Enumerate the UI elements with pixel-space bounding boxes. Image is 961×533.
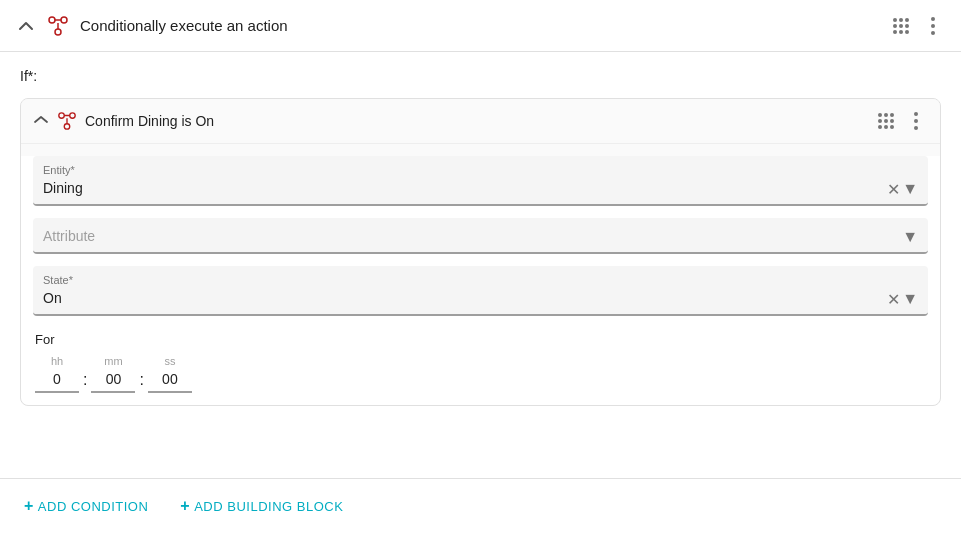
- attribute-row: Attribute ▼: [43, 226, 918, 248]
- entity-value-row: Dining ✕ ▼: [43, 178, 918, 200]
- add-condition-label: ADD CONDITION: [38, 499, 149, 514]
- state-value-row: On ✕ ▼: [43, 288, 918, 310]
- card-header-left: Confirm Dining is On: [33, 111, 866, 131]
- svg-point-5: [59, 113, 64, 118]
- hh-field: hh: [35, 355, 79, 393]
- page-container: Conditionally execute an action If*:: [0, 0, 961, 533]
- action-bar: + ADD CONDITION + ADD BUILDING BLOCK: [0, 478, 961, 533]
- add-condition-plus-icon: +: [24, 497, 34, 515]
- entity-value: Dining: [43, 178, 887, 200]
- top-bar-title: Conditionally execute an action: [80, 17, 288, 34]
- mm-field: mm: [91, 355, 135, 393]
- card-collapse-icon[interactable]: [33, 112, 49, 131]
- for-section: For hh : mm : ss: [33, 332, 928, 393]
- entity-field[interactable]: Entity* Dining ✕ ▼: [33, 156, 928, 206]
- top-bar-left: Conditionally execute an action: [16, 14, 889, 38]
- svg-point-2: [55, 29, 61, 35]
- entity-clear-icon[interactable]: ✕: [887, 180, 900, 199]
- add-building-block-button[interactable]: + ADD BUILDING BLOCK: [176, 491, 347, 521]
- card-title: Confirm Dining is On: [85, 113, 214, 129]
- card-header-right: [874, 109, 928, 133]
- separator-2: :: [135, 371, 147, 393]
- state-value: On: [43, 288, 887, 310]
- condition-card: Confirm Dining is On: [20, 98, 941, 406]
- drag-handle-icon[interactable]: [889, 14, 913, 38]
- svg-point-6: [70, 113, 75, 118]
- state-field-actions: ✕ ▼: [887, 290, 918, 309]
- state-field[interactable]: State* On ✕ ▼: [33, 266, 928, 316]
- add-building-block-plus-icon: +: [180, 497, 190, 515]
- entity-label: Entity*: [43, 164, 918, 176]
- entity-dropdown-icon[interactable]: ▼: [902, 180, 918, 198]
- mm-label: mm: [104, 355, 122, 367]
- card-more-options-icon[interactable]: [904, 109, 928, 133]
- attribute-placeholder: Attribute: [43, 226, 95, 248]
- add-building-block-label: ADD BUILDING BLOCK: [194, 499, 343, 514]
- state-dropdown-icon[interactable]: ▼: [902, 290, 918, 308]
- top-bar-right: [889, 14, 945, 38]
- fields-container: Entity* Dining ✕ ▼ Attribute ▼: [21, 156, 940, 405]
- attribute-field-actions: ▼: [902, 228, 918, 246]
- collapse-icon[interactable]: [16, 16, 36, 36]
- ss-input[interactable]: [148, 369, 192, 393]
- content-area: If*:: [0, 52, 961, 478]
- add-condition-button[interactable]: + ADD CONDITION: [20, 491, 152, 521]
- svg-point-7: [64, 124, 69, 129]
- card-drag-handle-icon[interactable]: [874, 109, 898, 133]
- mm-input[interactable]: [91, 369, 135, 393]
- time-inputs: hh : mm : ss: [35, 355, 926, 393]
- entity-field-actions: ✕ ▼: [887, 180, 918, 199]
- for-label: For: [35, 332, 926, 347]
- svg-point-1: [61, 17, 67, 23]
- if-label: If*:: [20, 68, 941, 84]
- card-condition-icon: [57, 111, 77, 131]
- card-header: Confirm Dining is On: [21, 99, 940, 144]
- svg-point-0: [49, 17, 55, 23]
- state-label: State*: [43, 274, 918, 286]
- state-clear-icon[interactable]: ✕: [887, 290, 900, 309]
- ss-field: ss: [148, 355, 192, 393]
- more-options-icon[interactable]: [921, 14, 945, 38]
- ss-label: ss: [164, 355, 175, 367]
- attribute-field[interactable]: Attribute ▼: [33, 218, 928, 254]
- hh-label: hh: [51, 355, 63, 367]
- conditionally-execute-icon: [46, 14, 70, 38]
- attribute-dropdown-icon[interactable]: ▼: [902, 228, 918, 246]
- hh-input[interactable]: [35, 369, 79, 393]
- separator-1: :: [79, 371, 91, 393]
- top-bar: Conditionally execute an action: [0, 0, 961, 52]
